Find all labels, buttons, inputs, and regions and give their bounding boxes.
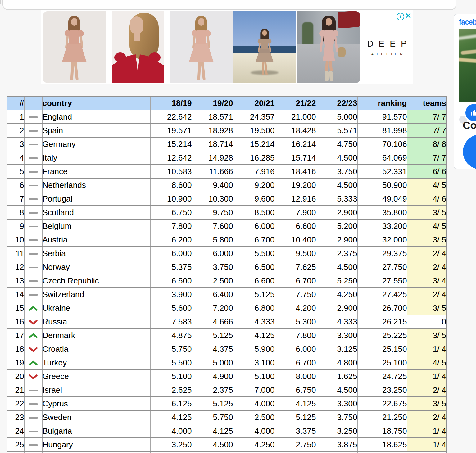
ad-photo-1[interactable] — [43, 11, 106, 83]
teams-cell: 1/ 4 — [407, 438, 447, 451]
teams-cell: 7/ 7 — [407, 151, 447, 165]
trend-cell — [24, 137, 42, 151]
facebook-wordmark[interactable]: faceb — [459, 18, 476, 26]
trend-cell — [24, 233, 42, 247]
no-change-icon — [29, 226, 38, 227]
ranking-points-cell: 35.800 — [357, 206, 407, 219]
country-cell: Portugal — [42, 192, 150, 206]
season-points-cell: 6.700 — [275, 356, 316, 369]
season-points-cell: 3.100 — [233, 356, 275, 369]
country-cell: Serbia — [42, 247, 150, 260]
model-figure — [251, 29, 278, 76]
adchoices-info-icon[interactable]: i — [397, 13, 404, 20]
table-row: 17Denmark4.8755.1254.1257.8003.30025.225… — [7, 328, 447, 342]
season-points-cell: 12.642 — [150, 151, 192, 165]
season-points-cell: 24.357 — [233, 110, 275, 124]
clipped-cell — [407, 451, 447, 453]
teams-cell: 4/ 5 — [407, 219, 447, 233]
season-points-cell: 5.750 — [192, 410, 233, 424]
trend-cell — [24, 274, 42, 288]
handbag — [338, 47, 346, 57]
ad-close-icon[interactable]: ✕ — [405, 11, 412, 20]
no-change-icon — [29, 239, 38, 241]
top-container-edge — [2, 0, 456, 10]
ranking-points-cell: 24.725 — [357, 369, 407, 383]
rank-cell: 1 — [7, 110, 24, 124]
country-cell: Cyprus — [42, 397, 150, 410]
season-points-cell: 7.900 — [275, 206, 316, 219]
rank-up-icon — [28, 306, 38, 311]
season-points-cell: 3.875 — [316, 438, 357, 451]
no-change-icon — [29, 390, 38, 391]
table-row: 25Hungary3.2504.5004.2502.7503.87518.625… — [7, 438, 447, 451]
teams-cell: 3/ 5 — [407, 397, 447, 410]
season-points-cell: 18.416 — [275, 165, 316, 178]
season-points-cell: 5.125 — [233, 288, 275, 301]
ad-photo-5[interactable] — [297, 11, 360, 83]
rank-cell: 23 — [7, 410, 24, 424]
teams-cell: 6/ 6 — [407, 165, 447, 178]
season-points-cell: 19.500 — [233, 124, 275, 137]
rank-cell: 12 — [7, 260, 24, 274]
ad-photo-3[interactable] — [170, 11, 233, 83]
season-points-cell: 2.500 — [192, 274, 233, 288]
ad-brand-link[interactable]: DEEP ATELIER — [360, 11, 413, 83]
trend-cell — [24, 124, 42, 137]
season-points-cell: 2.900 — [316, 233, 357, 247]
season-points-cell: 16.285 — [233, 151, 275, 165]
teams-cell: 1/ 4 — [407, 369, 447, 383]
ranking-points-cell: 18.625 — [357, 438, 407, 451]
table-row: 15Ukraine5.6007.2006.8004.2002.90026.700… — [7, 301, 447, 315]
country-cell: Netherlands — [42, 178, 150, 192]
trend-cell — [24, 424, 42, 438]
header-row: # country 18/19 19/20 20/21 21/22 22/23 … — [7, 96, 447, 110]
model-figure — [56, 16, 93, 82]
trend-cell — [24, 369, 42, 383]
season-points-cell: 5.125 — [192, 397, 233, 410]
facebook-widget: faceb Con f — [454, 14, 476, 169]
clipped-cell — [357, 451, 407, 453]
trend-cell — [24, 206, 42, 219]
table-row: 4Italy12.64214.92816.28515.7144.50064.06… — [7, 151, 447, 165]
season-points-cell: 4.875 — [150, 328, 192, 342]
country-cell: Norway — [42, 260, 150, 274]
col-header-2122: 21/22 — [275, 96, 316, 110]
ranking-points-cell: 18.750 — [357, 424, 407, 438]
season-points-cell: 2.900 — [316, 206, 357, 219]
season-points-cell: 5.375 — [150, 260, 192, 274]
table-row: 10Austria6.2005.8006.70010.4002.90032.00… — [7, 233, 447, 247]
season-points-cell: 2.500 — [233, 410, 275, 424]
table-row: 7Portugal10.90010.3009.60012.9165.33349.… — [7, 192, 447, 206]
trend-cell — [24, 383, 42, 397]
no-change-icon — [29, 212, 38, 214]
season-points-cell: 6.000 — [233, 219, 275, 233]
season-points-cell: 10.583 — [150, 165, 192, 178]
no-change-icon — [29, 144, 38, 145]
season-points-cell: 6.600 — [233, 274, 275, 288]
table-row: 6Netherlands8.6009.4009.20019.2004.50050… — [7, 178, 447, 192]
season-points-cell: 4.125 — [150, 410, 192, 424]
ad-photo-2[interactable] — [106, 11, 169, 83]
ad-photo-4[interactable] — [233, 11, 296, 83]
table-row: 20Greece5.1004.9005.1008.0001.62524.7251… — [7, 369, 447, 383]
season-points-cell: 7.800 — [150, 219, 192, 233]
season-points-cell: 4.500 — [316, 151, 357, 165]
rank-cell: 3 — [7, 137, 24, 151]
table-row: 3Germany15.21418.71415.21416.2144.75070.… — [7, 137, 447, 151]
season-points-cell: 10.400 — [275, 233, 316, 247]
rank-cell: 22 — [7, 397, 24, 410]
page: DEEP ATELIER i ✕ faceb Con f # — [0, 0, 476, 453]
season-points-cell: 4.333 — [316, 315, 357, 328]
season-points-cell: 7.750 — [275, 288, 316, 301]
rank-cell: 5 — [7, 165, 24, 178]
table-row: 22Cyprus6.1255.1254.0004.1253.30022.6753… — [7, 397, 447, 410]
table-row: 2Spain19.57118.92819.50018.4285.57181.99… — [7, 124, 447, 137]
country-cell: Denmark — [42, 328, 150, 342]
trend-cell — [24, 151, 42, 165]
clipped-cell — [192, 451, 233, 453]
teams-cell: 4/ 5 — [407, 356, 447, 369]
teams-cell: 7/ 7 — [407, 110, 447, 124]
rank-cell: 25 — [7, 438, 24, 451]
season-points-cell: 22.642 — [150, 110, 192, 124]
col-header-1920: 19/20 — [192, 96, 233, 110]
